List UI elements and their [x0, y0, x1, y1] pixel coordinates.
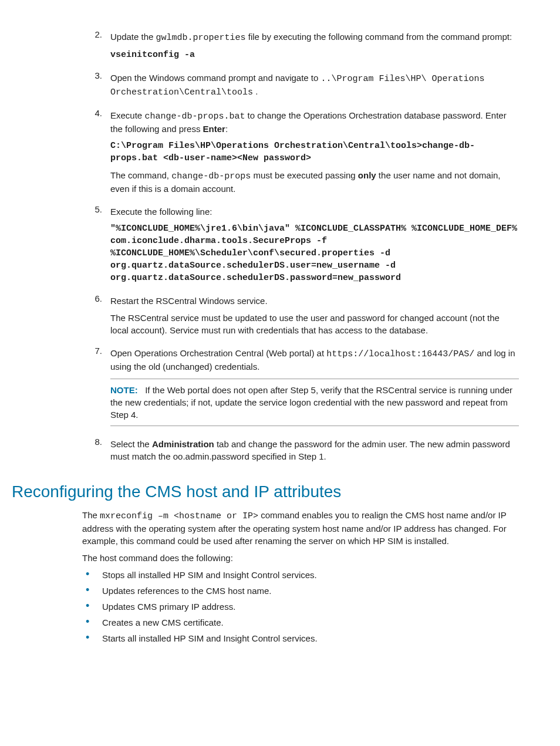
bullet-icon: • — [82, 569, 102, 581]
command-block: C:\Program Files\HP\Operations Orchestra… — [110, 140, 519, 164]
step-number: 8. — [82, 436, 110, 467]
step-text: Open the Windows command prompt and navi… — [110, 72, 519, 99]
step-8: 8. Select the Administration tab and cha… — [82, 436, 519, 467]
section-paragraph: The mxreconfig –m <hostname or IP> comma… — [82, 509, 519, 547]
step-number: 3. — [82, 69, 110, 103]
bold-text: Enter — [203, 124, 225, 134]
inline-code: https://localhost:16443/PAS/ — [326, 349, 474, 359]
list-item: •Starts all installed HP SIM and Insight… — [82, 632, 519, 644]
step-3: 3. Open the Windows command prompt and n… — [82, 69, 519, 103]
step-text: Select the Administration tab and change… — [110, 438, 519, 463]
step-number: 5. — [82, 203, 110, 289]
bullet-icon: • — [82, 600, 102, 613]
step-2: 2. Update the gwlmdb.properties file by … — [82, 28, 519, 66]
command-block: vseinitconfig -a — [110, 49, 519, 61]
step-number: 2. — [82, 28, 110, 66]
bullet-icon: • — [82, 632, 102, 644]
note-label: NOTE: — [110, 385, 138, 395]
bullet-list: •Stops all installed HP SIM and Insight … — [82, 569, 519, 644]
step-5: 5. Execute the following line: "%ICONCLU… — [82, 203, 519, 289]
step-text: Restart the RSCentral Windows service. — [110, 295, 519, 307]
command-block: "%ICONCLUDE_HOME%\jre1.6\bin\java" %ICON… — [110, 222, 519, 284]
note-callout: NOTE: If the Web portal does not open af… — [110, 379, 519, 426]
inline-code: gwlmdb.properties — [156, 33, 246, 43]
step-number: 6. — [82, 292, 110, 341]
step-7: 7. Open Operations Orchestration Central… — [82, 345, 519, 432]
step-text: Update the gwlmdb.properties file by exe… — [110, 31, 519, 44]
step-note: The command, change-db-props must be exe… — [110, 169, 519, 195]
list-item: •Creates a new CMS certificate. — [82, 616, 519, 629]
step-6: 6. Restart the RSCentral Windows service… — [82, 292, 519, 341]
bullet-icon: • — [82, 585, 102, 597]
note-body: If the Web portal does not open after St… — [110, 385, 512, 420]
bold-text: only — [358, 170, 376, 180]
section-heading: Reconfiguring the CMS host and IP attrib… — [12, 480, 519, 503]
list-item: •Updates references to the CMS host name… — [82, 585, 519, 597]
section-paragraph: The host command does the following: — [82, 552, 519, 564]
inline-code: mxreconfig –m <hostname or IP> — [100, 511, 258, 521]
step-number: 4. — [82, 107, 110, 200]
step-number: 7. — [82, 345, 110, 432]
step-text: Execute change-db-props.bat to change th… — [110, 109, 519, 135]
step-note: The RSCentral service must be updated to… — [110, 312, 519, 336]
list-item: •Stops all installed HP SIM and Insight … — [82, 569, 519, 581]
step-text: Open Operations Orchestration Central (W… — [110, 347, 519, 373]
bullet-icon: • — [82, 616, 102, 629]
list-item: •Updates CMS primary IP address. — [82, 600, 519, 613]
step-text: Execute the following line: — [110, 205, 519, 218]
inline-code: change-db-props.bat — [144, 112, 245, 121]
bold-text: Administration — [152, 439, 214, 449]
inline-code: change-db-props — [171, 171, 251, 181]
step-4: 4. Execute change-db-props.bat to change… — [82, 107, 519, 200]
